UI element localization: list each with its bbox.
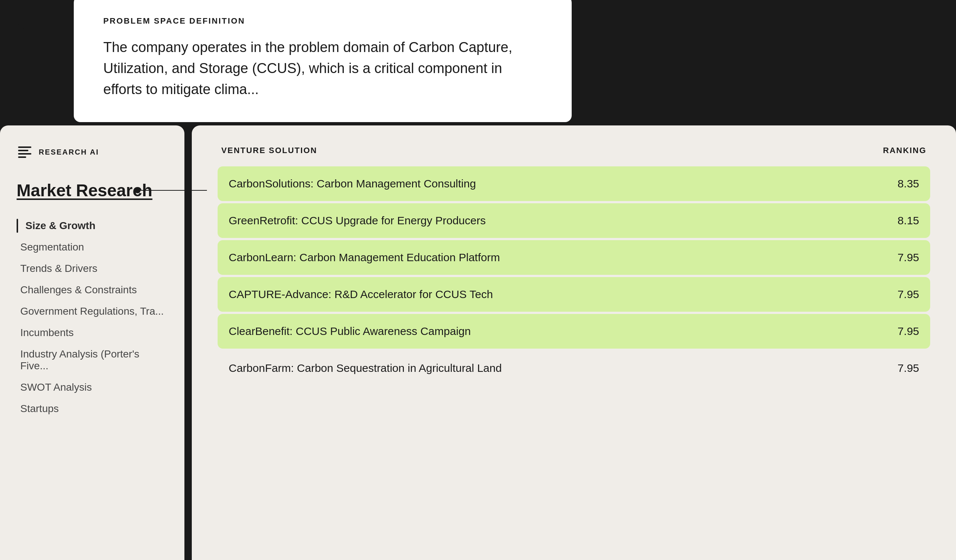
connector-dot	[19, 22, 25, 29]
nav-item-5[interactable]: Incumbents	[17, 322, 168, 343]
venture-score-1: 8.15	[898, 214, 919, 227]
col-ranking-label: RANKING	[883, 146, 926, 155]
nav-item-7[interactable]: SWOT Analysis	[17, 377, 168, 398]
nav-item-8[interactable]: Startups	[17, 398, 168, 420]
nav-item-6[interactable]: Industry Analysis (Porter's Five...	[17, 343, 168, 377]
venture-list: CarbonSolutions: Carbon Management Consu…	[218, 167, 930, 388]
venture-name-0: CarbonSolutions: Carbon Management Consu…	[229, 178, 476, 190]
sidebar-title-row: Market Research	[17, 180, 168, 200]
logo-line-4	[18, 156, 26, 158]
logo-line-3	[18, 153, 31, 154]
venture-item-5[interactable]: CarbonFarm: Carbon Sequestration in Agri…	[218, 351, 930, 385]
venture-score-0: 8.35	[898, 178, 919, 190]
venture-item-0[interactable]: CarbonSolutions: Carbon Management Consu…	[218, 167, 930, 201]
venture-item-4[interactable]: ClearBenefit: CCUS Public Awareness Camp…	[218, 314, 930, 349]
problem-card-label: PROBLEM SPACE DEFINITION	[103, 16, 542, 26]
nav-item-3[interactable]: Challenges & Constraints	[17, 279, 168, 300]
logo-icon	[17, 144, 33, 160]
nav-list: Size & GrowthSegmentationTrends & Driver…	[17, 215, 168, 420]
nav-item-1[interactable]: Segmentation	[17, 236, 168, 258]
col-venture-label: VENTURE SOLUTION	[221, 146, 317, 155]
problem-card: PROBLEM SPACE DEFINITION The company ope…	[74, 0, 572, 122]
sidebar-connector-dot	[135, 187, 140, 193]
table-header: VENTURE SOLUTION RANKING	[218, 146, 930, 155]
venture-name-1: GreenRetrofit: CCUS Upgrade for Energy P…	[229, 214, 486, 227]
venture-score-4: 7.95	[898, 325, 919, 338]
venture-name-2: CarbonLearn: Carbon Management Education…	[229, 251, 500, 264]
venture-name-3: CAPTURE-Advance: R&D Accelerator for CCU…	[229, 288, 493, 300]
dot-connector	[19, 22, 74, 29]
sidebar-connector	[135, 187, 207, 193]
sidebar-connector-hline	[140, 190, 207, 191]
sidebar-logo: RESEARCH AI	[17, 144, 168, 160]
logo-lines	[18, 146, 31, 158]
top-section: PROBLEM SPACE DEFINITION The company ope…	[0, 0, 956, 118]
nav-item-2[interactable]: Trends & Drivers	[17, 258, 168, 279]
venture-score-2: 7.95	[898, 251, 919, 264]
nav-item-4[interactable]: Government Regulations, Tra...	[17, 300, 168, 322]
logo-line-1	[18, 146, 31, 148]
logo-line-2	[18, 150, 28, 151]
bottom-section: RESEARCH AI Market Research Size & Growt…	[0, 126, 956, 560]
connector-line	[25, 25, 74, 26]
venture-score-3: 7.95	[898, 288, 919, 300]
venture-item-3[interactable]: CAPTURE-Advance: R&D Accelerator for CCU…	[218, 277, 930, 312]
venture-item-1[interactable]: GreenRetrofit: CCUS Upgrade for Energy P…	[218, 203, 930, 238]
logo-text: RESEARCH AI	[39, 148, 99, 156]
sidebar: RESEARCH AI Market Research Size & Growt…	[0, 126, 184, 560]
nav-item-0[interactable]: Size & Growth	[17, 215, 168, 236]
venture-item-2[interactable]: CarbonLearn: Carbon Management Education…	[218, 240, 930, 275]
venture-score-5: 7.95	[898, 362, 919, 374]
sidebar-title: Market Research	[17, 180, 153, 200]
venture-name-5: CarbonFarm: Carbon Sequestration in Agri…	[229, 362, 502, 374]
main-content: VENTURE SOLUTION RANKING CarbonSolutions…	[192, 126, 956, 560]
problem-text: The company operates in the problem doma…	[103, 37, 542, 100]
venture-name-4: ClearBenefit: CCUS Public Awareness Camp…	[229, 325, 471, 338]
